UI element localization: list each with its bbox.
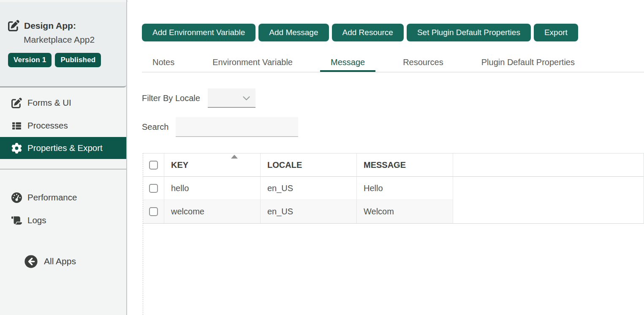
gauge-icon: [11, 192, 22, 203]
sidebar-item-label: Forms & UI: [27, 98, 71, 108]
add-environment-variable-button[interactable]: Add Environment Variable: [142, 24, 255, 41]
sidebar-item-all-apps[interactable]: All Apps: [0, 252, 126, 270]
sidebar: Design App: Marketplace App2 Version 1 P…: [0, 0, 127, 315]
sidebar-item-performance[interactable]: Performance: [0, 190, 126, 205]
search-label: Search: [142, 122, 168, 132]
select-all-checkbox[interactable]: [149, 161, 158, 170]
add-resource-button[interactable]: Add Resource: [332, 24, 404, 41]
arrow-circle-left-icon: [24, 255, 38, 268]
sidebar-item-processes[interactable]: Processes: [0, 118, 126, 133]
app-name: Marketplace App2: [24, 35, 95, 45]
search-input[interactable]: [176, 117, 298, 137]
sidebar-item-properties-export[interactable]: Properties & Export: [0, 137, 126, 159]
edit-icon: [8, 20, 19, 31]
locale-select[interactable]: [208, 88, 255, 108]
app-card: Design App: Marketplace App2 Version 1 P…: [0, 2, 126, 88]
tab-environment-variable[interactable]: Environment Variable: [202, 54, 303, 72]
cell-key[interactable]: hello: [164, 177, 261, 200]
filter-by-locale-label: Filter By Locale: [142, 93, 200, 103]
chevron-down-icon: [242, 94, 251, 103]
sidebar-divider: [0, 169, 126, 170]
list-icon: [11, 121, 22, 131]
sidebar-item-label: Logs: [27, 215, 46, 225]
sidebar-item-label: Properties & Export: [27, 143, 103, 153]
gear-icon: [11, 143, 22, 153]
table-row-cell: [143, 177, 164, 200]
row-checkbox[interactable]: [149, 184, 158, 193]
toolbar: Add Environment Variable Add Message Add…: [142, 24, 578, 41]
tab-plugin-default-properties[interactable]: Plugin Default Properties: [471, 54, 585, 72]
sidebar-item-logs[interactable]: Logs: [0, 213, 126, 227]
column-header-message[interactable]: MESSAGE: [357, 153, 453, 177]
edit-icon: [11, 98, 22, 108]
table-row-cell: [143, 200, 164, 223]
actions-column-empty: [453, 177, 644, 223]
add-message-button[interactable]: Add Message: [258, 24, 329, 41]
column-header-locale[interactable]: LOCALE: [261, 153, 357, 177]
row-checkbox[interactable]: [149, 207, 158, 216]
tab-notes[interactable]: Notes: [142, 54, 185, 72]
cell-message[interactable]: Welcom: [357, 200, 453, 223]
sidebar-item-forms-ui[interactable]: Forms & UI: [0, 96, 126, 110]
select-all-header-cell: [143, 153, 164, 177]
set-plugin-default-properties-button[interactable]: Set Plugin Default Properties: [407, 24, 531, 41]
published-badge: Published: [55, 53, 101, 67]
cell-key[interactable]: welcome: [164, 200, 261, 223]
cell-locale[interactable]: en_US: [261, 177, 357, 200]
sidebar-item-label: Performance: [27, 192, 77, 203]
sidebar-item-label: Processes: [27, 121, 68, 131]
tab-bar: Notes Environment Variable Message Resou…: [142, 54, 644, 72]
app-card-title: Design App:: [24, 21, 76, 31]
tab-resources[interactable]: Resources: [392, 54, 454, 72]
table-left-dashed-border: [143, 153, 143, 315]
scroll-icon: [11, 215, 22, 226]
cell-message[interactable]: Hello: [357, 177, 453, 200]
cell-locale[interactable]: en_US: [261, 200, 357, 223]
message-table: KEY LOCALE MESSAGE hello en_US Hello wel…: [143, 153, 644, 224]
main-content: Add Environment Variable Add Message Add…: [128, 0, 644, 315]
export-button[interactable]: Export: [534, 24, 578, 41]
version-badge: Version 1: [8, 53, 52, 67]
sort-ascending-icon[interactable]: [231, 155, 238, 159]
column-header-actions: [453, 153, 644, 177]
tab-message[interactable]: Message: [320, 54, 375, 72]
all-apps-label: All Apps: [44, 256, 76, 266]
column-header-key[interactable]: KEY: [164, 153, 261, 177]
